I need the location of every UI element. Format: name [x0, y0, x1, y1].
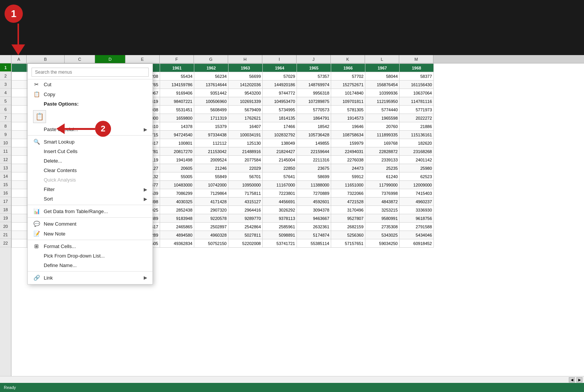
cell-r7c7[interactable]: 100034191 [229, 131, 263, 139]
cell-r6c9[interactable]: 18542 [297, 122, 331, 131]
cell-r11c9[interactable]: 23675 [297, 164, 331, 172]
cell-r10c5[interactable]: 1941498 [160, 156, 194, 164]
cell-r18c12[interactable]: 2791588 [400, 223, 434, 231]
cell-r0c5[interactable]: 55434 [160, 72, 194, 81]
cell-r6c11[interactable]: 20760 [365, 122, 400, 131]
cell-r8c12[interactable]: 182620 [400, 139, 434, 147]
cell-r8c0[interactable] [12, 139, 27, 147]
cell-r7c0[interactable] [12, 131, 27, 139]
cell-r8c6[interactable]: 112112 [194, 139, 229, 147]
cell-r8c8[interactable]: 138049 [263, 139, 297, 147]
cell-r10c0[interactable] [12, 156, 27, 164]
cell-r18c8[interactable]: 2585961 [263, 223, 297, 231]
col-header-E[interactable]: E [125, 55, 160, 63]
col-header-M[interactable]: M [399, 55, 433, 63]
col-header-B[interactable]: B [27, 55, 65, 63]
menu-item-insert-cut-cells[interactable]: Insert Cut Cells [28, 147, 152, 156]
paste-icon-button[interactable]: 📋 [33, 110, 46, 123]
cell-r3c6[interactable]: 100506960 [194, 97, 229, 106]
cell-r16c5[interactable]: 2852438 [160, 206, 194, 214]
cell-r16c8[interactable]: 3026292 [263, 206, 297, 214]
cell-r1c10[interactable]: 152752671 [331, 81, 365, 89]
cell-r1c11[interactable]: 156876454 [365, 81, 400, 89]
cell-r1c12[interactable]: 161156430 [400, 81, 434, 89]
cell-r12c9[interactable]: 58699 [297, 172, 331, 181]
cell-r12c0[interactable] [12, 172, 27, 181]
cell-r20c9[interactable]: 55385114 [297, 239, 331, 248]
col-header-A[interactable]: A [11, 55, 27, 63]
cell-r6c0[interactable] [12, 122, 27, 131]
cell-r9c10[interactable]: 22494031 [331, 147, 365, 156]
scroll-left-btn[interactable]: ◀ [569, 377, 575, 383]
cell-r20c7[interactable]: 52202008 [229, 239, 263, 248]
cell-r15c11[interactable]: 4843872 [365, 198, 400, 206]
cell-r6c10[interactable]: 19646 [331, 122, 365, 131]
cell-r12c11[interactable]: 61240 [365, 172, 400, 181]
cell-r4c10[interactable]: 5781305 [331, 106, 365, 114]
cell-r18c10[interactable]: 2682159 [331, 223, 365, 231]
cell-r11c11[interactable]: 25235 [365, 164, 400, 172]
cell-r6c6[interactable]: 15379 [194, 122, 229, 131]
cell-r8c7[interactable]: 125130 [229, 139, 263, 147]
cell-r14c12[interactable]: 7415403 [400, 189, 434, 198]
cell-r19c5[interactable]: 4894580 [160, 231, 194, 239]
cell-r16c6[interactable]: 2907320 [194, 206, 229, 214]
cell-r1c7[interactable]: 141202036 [229, 81, 263, 89]
col-header-F[interactable]: F [160, 55, 194, 63]
cell-r9c8[interactable]: 21824427 [263, 147, 297, 156]
cell-r12c10[interactable]: 59912 [331, 172, 365, 181]
cell-r4c0[interactable] [12, 106, 27, 114]
cell-r7c9[interactable]: 105736428 [297, 131, 331, 139]
cell-r10c11[interactable]: 2339133 [365, 156, 400, 164]
cell-r8c5[interactable]: 100801 [160, 139, 194, 147]
cell-r10c7[interactable]: 2077584 [229, 156, 263, 164]
cell-r2c12[interactable]: 10637064 [400, 89, 434, 97]
cell-r6c5[interactable]: 14378 [160, 122, 194, 131]
cell-r17c11[interactable]: 9580991 [365, 214, 400, 223]
cell-r19c9[interactable]: 5174874 [297, 231, 331, 239]
cell-r8c9[interactable]: 149855 [297, 139, 331, 147]
cell-r10c8[interactable]: 2145004 [263, 156, 297, 164]
cell-r8c10[interactable]: 159979 [331, 139, 365, 147]
cell-r2c8[interactable]: 9744772 [263, 89, 297, 97]
cell-r17c8[interactable]: 9378113 [263, 214, 297, 223]
cell-r9c0[interactable] [12, 147, 27, 156]
scroll-right-btn[interactable]: ▶ [576, 377, 582, 383]
cell-r7c12[interactable]: 115136161 [400, 131, 434, 139]
cell-r16c12[interactable]: 3336930 [400, 206, 434, 214]
cell-r17c5[interactable]: 9183948 [160, 214, 194, 223]
cell-r10c10[interactable]: 2276038 [331, 156, 365, 164]
cell-r15c6[interactable]: 4171428 [194, 198, 229, 206]
cell-r12c5[interactable]: 55005 [160, 172, 194, 181]
cell-r11c12[interactable]: 25980 [400, 164, 434, 172]
col-header-H[interactable]: H [228, 55, 262, 63]
cell-r19c8[interactable]: 5098891 [263, 231, 297, 239]
cell-r11c6[interactable]: 21246 [194, 164, 229, 172]
col-header-I[interactable]: I [262, 55, 297, 63]
cell-r16c9[interactable]: 3094378 [297, 206, 331, 214]
menu-search-input[interactable] [32, 68, 149, 77]
cell-r11c8[interactable]: 22850 [263, 164, 297, 172]
cell-r9c9[interactable]: 22159644 [297, 147, 331, 156]
cell-r0c8[interactable]: 57029 [263, 72, 297, 81]
cell-r20c5[interactable]: 49362834 [160, 239, 194, 248]
col-header-C[interactable]: C [65, 55, 95, 63]
menu-item-delete[interactable]: Delete... [28, 156, 152, 166]
cell-r12c8[interactable]: 57641 [263, 172, 297, 181]
cell-r6c12[interactable]: 21886 [400, 122, 434, 131]
cell-r12c6[interactable]: 55849 [194, 172, 229, 181]
menu-item-pick-dropdown[interactable]: Pick From Drop-down List... [28, 251, 152, 261]
cell-r9c11[interactable]: 22828872 [365, 147, 400, 156]
cell-r2c6[interactable]: 9351442 [194, 89, 229, 97]
cell-r18c9[interactable]: 2632361 [297, 223, 331, 231]
cell-r19c7[interactable]: 5027811 [229, 231, 263, 239]
cell-r3c8[interactable]: 104953470 [263, 97, 297, 106]
cell-r16c10[interactable]: 3170496 [331, 206, 365, 214]
cell-r19c0[interactable] [12, 231, 27, 239]
cell-r14c10[interactable]: 7322066 [331, 189, 365, 198]
cell-r7c10[interactable]: 108758634 [331, 131, 365, 139]
cell-r19c10[interactable]: 5256360 [331, 231, 365, 239]
cell-r18c5[interactable]: 2465865 [160, 223, 194, 231]
cell-r13c10[interactable]: 11651000 [331, 181, 365, 189]
cell-r15c10[interactable]: 4721528 [331, 198, 365, 206]
